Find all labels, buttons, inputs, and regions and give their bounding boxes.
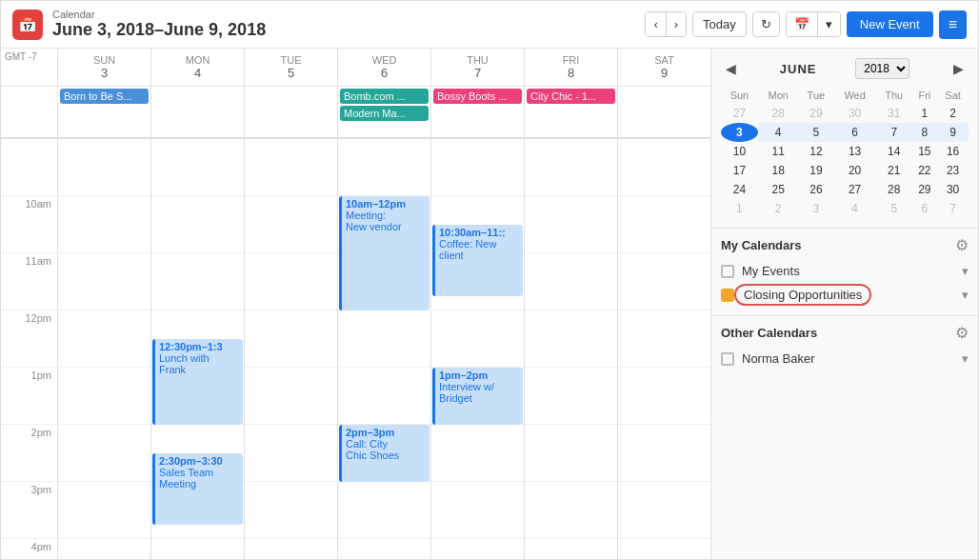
header-title-group: Calendar June 3, 2018–June 9, 2018 [52, 9, 266, 40]
refresh-button[interactable]: ↻ [752, 11, 780, 37]
mini-cal-day[interactable]: 5 [798, 123, 833, 142]
mini-cal-prev[interactable]: ◀ [721, 59, 741, 78]
day-col-wed[interactable]: 10am–12pm Meeting: New vendor 2pm–3pm Ca… [338, 139, 431, 559]
closing-opps-arrow[interactable]: ▾ [962, 288, 969, 302]
mini-cal-day[interactable]: 27 [833, 180, 876, 199]
mini-cal-day[interactable]: 11 [758, 142, 799, 161]
mini-cal-day[interactable]: 7 [876, 123, 912, 142]
mini-cal-day[interactable]: 22 [912, 161, 938, 180]
mini-cal-day[interactable]: 21 [876, 161, 912, 180]
mini-cal-day[interactable]: 28 [758, 104, 799, 123]
time-1pm: 1pm [1, 368, 58, 425]
day-header-sat: SAT 9 [618, 49, 710, 86]
closing-opps-label[interactable]: Closing Opportunities [734, 284, 871, 306]
mini-cal-day[interactable]: 19 [798, 161, 833, 180]
mini-cal-week-2: 10 11 12 13 14 15 16 [721, 142, 969, 161]
other-calendars-header: Other Calendars ⚙ [721, 324, 969, 342]
mini-cal-day[interactable]: 9 [937, 123, 969, 142]
mini-cal-day[interactable]: 29 [912, 180, 938, 199]
mini-cal-week-3: 17 18 19 20 21 22 23 [721, 161, 969, 180]
mini-cal-day[interactable]: 12 [798, 142, 833, 161]
mini-cal-day[interactable]: 17 [721, 161, 758, 180]
day-col-mon[interactable]: 12:30pm–1:3 Lunch with Frank 2:30pm–3:30… [151, 139, 245, 559]
allday-gutter [1, 87, 58, 137]
calendar-dropdown-button[interactable]: ▾ [818, 12, 840, 36]
dow-wed: Wed [833, 87, 876, 104]
mini-cal-day[interactable]: 30 [937, 180, 969, 199]
event-bossy-boots[interactable]: Bossy Boots ... [433, 89, 522, 104]
calendar-view-button[interactable]: 📅 [787, 12, 818, 36]
mini-cal-day[interactable]: 30 [833, 104, 876, 123]
mini-cal-day[interactable]: 3 [721, 123, 758, 142]
event-coffee[interactable]: 10:30am–11:: Coffee: New client [432, 225, 523, 296]
today-button[interactable]: Today [692, 11, 747, 37]
mini-cal-day[interactable]: 27 [721, 104, 758, 123]
time-grid-scroll[interactable]: 10am 11am 12pm 1pm 2pm 3pm 4pm [1, 139, 710, 559]
norma-baker-checkbox[interactable] [721, 352, 734, 366]
event-sales-team[interactable]: 2:30pm–3:30 Sales Team Meeting [152, 453, 243, 525]
prev-button[interactable]: ‹ [646, 12, 666, 36]
event-bomb[interactable]: Bomb.com ... [340, 89, 429, 104]
main: GMT -7 SUN 3 MON 4 TUE 5 WED 6 [1, 49, 978, 559]
event-modern-ma[interactable]: Modern Ma... [340, 106, 429, 121]
event-vendor-meeting[interactable]: 10am–12pm Meeting: New vendor [339, 196, 430, 310]
my-events-checkbox[interactable] [721, 265, 734, 278]
mini-cal-day[interactable]: 28 [876, 180, 912, 199]
mini-cal-day[interactable]: 4 [758, 123, 799, 142]
mini-cal-day[interactable]: 10 [721, 142, 758, 161]
mini-cal-day[interactable]: 6 [912, 199, 938, 218]
mini-cal-day[interactable]: 1 [721, 199, 758, 218]
day-col-fri[interactable] [525, 139, 618, 559]
mini-cal-day[interactable]: 25 [758, 180, 799, 199]
time-grid: 10am 11am 12pm 1pm 2pm 3pm 4pm [1, 139, 710, 559]
view-button-group: 📅 ▾ [786, 11, 841, 37]
mini-cal-day[interactable]: 31 [876, 104, 912, 123]
event-born-to-be[interactable]: Born to Be S... [60, 89, 149, 104]
my-calendars-settings[interactable]: ⚙ [955, 236, 969, 254]
mini-cal-day[interactable]: 5 [876, 199, 912, 218]
mini-cal-next[interactable]: ▶ [949, 59, 969, 78]
date-range: June 3, 2018–June 9, 2018 [52, 20, 266, 40]
mini-cal-week-0: 27 28 29 30 31 1 2 [721, 104, 969, 123]
other-calendars-settings[interactable]: ⚙ [955, 324, 969, 342]
new-event-button[interactable]: New Event [847, 11, 933, 37]
mini-cal-day[interactable]: 6 [833, 123, 876, 142]
event-call-city-chic[interactable]: 2pm–3pm Call: City Chic Shoes [339, 425, 430, 482]
mini-cal-day[interactable]: 2 [937, 104, 969, 123]
event-city-chic[interactable]: City Chic - 1... [527, 89, 615, 104]
mini-cal-day[interactable]: 24 [721, 180, 758, 199]
mini-cal-day[interactable]: 26 [798, 180, 833, 199]
my-events-item: My Events ▾ [721, 260, 969, 282]
mini-cal-day[interactable]: 13 [833, 142, 876, 161]
event-lunch-frank[interactable]: 12:30pm–1:3 Lunch with Frank [152, 339, 243, 425]
gmt-label: GMT -7 [1, 51, 37, 62]
mini-cal-day[interactable]: 15 [912, 142, 938, 161]
mini-cal-year-select[interactable]: 2018 [855, 58, 909, 79]
day-col-sun[interactable] [58, 139, 151, 559]
mini-cal-day[interactable]: 14 [876, 142, 912, 161]
time-9am [1, 139, 58, 196]
menu-button[interactable]: ≡ [939, 10, 967, 39]
mini-cal-day[interactable]: 1 [912, 104, 938, 123]
mini-cal-week-5: 1 2 3 4 5 6 7 [721, 199, 969, 218]
my-events-arrow[interactable]: ▾ [962, 264, 969, 278]
day-col-thu[interactable]: 10:30am–11:: Coffee: New client 1pm–2pm … [431, 139, 525, 559]
mini-cal-day[interactable]: 7 [937, 199, 969, 218]
mini-cal-day[interactable]: 18 [758, 161, 799, 180]
next-button[interactable]: › [667, 12, 686, 36]
dow-fri: Fri [912, 87, 938, 104]
allday-cell-tue [245, 87, 338, 137]
mini-cal-day[interactable]: 16 [937, 142, 969, 161]
mini-cal-day[interactable]: 3 [798, 199, 833, 218]
mini-cal-day[interactable]: 20 [833, 161, 876, 180]
mini-cal-day[interactable]: 2 [758, 199, 799, 218]
event-interview[interactable]: 1pm–2pm Interview w/ Bridget [432, 368, 523, 425]
mini-cal-day[interactable]: 8 [912, 123, 938, 142]
day-col-sat[interactable] [618, 139, 710, 559]
norma-baker-item: Norma Baker ▾ [721, 348, 969, 370]
mini-cal-day[interactable]: 4 [833, 199, 876, 218]
mini-cal-day[interactable]: 29 [798, 104, 833, 123]
norma-baker-arrow[interactable]: ▾ [962, 351, 969, 366]
day-col-tue[interactable] [245, 139, 338, 559]
mini-cal-day[interactable]: 23 [937, 161, 969, 180]
